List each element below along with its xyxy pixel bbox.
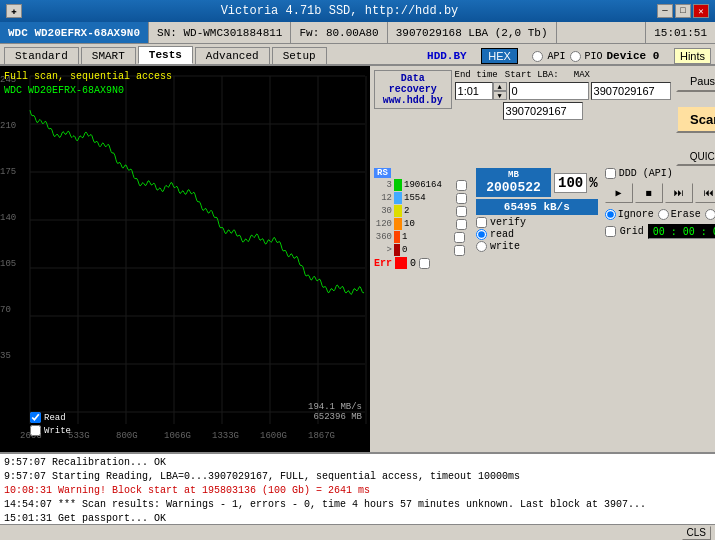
graph-speed: 194.1 MB/s 652396 MB bbox=[308, 402, 362, 422]
read-label: read bbox=[490, 229, 514, 240]
write-label: write bbox=[490, 241, 520, 252]
mb-value: 2000522 bbox=[480, 180, 547, 195]
err-label: Err bbox=[374, 258, 392, 269]
sector-row: 3 1906164 bbox=[374, 179, 469, 191]
api-radio[interactable] bbox=[532, 51, 543, 62]
grid-checkbox[interactable] bbox=[605, 226, 616, 237]
sn-segment: SN: WD-WMC301884811 bbox=[149, 22, 291, 43]
start-lba-label: Start LBA: bbox=[505, 70, 559, 80]
pio-radio[interactable] bbox=[570, 51, 581, 62]
mb-panel: MB 2000522 bbox=[476, 168, 551, 197]
sector-checkbox[interactable] bbox=[456, 193, 467, 204]
tab-bar: Standard SMART Tests Advanced Setup HDD.… bbox=[0, 44, 715, 66]
data-recovery-box: Data recovery www.hdd.by bbox=[374, 70, 452, 109]
start-lba-input[interactable] bbox=[509, 82, 589, 100]
close-button[interactable]: ✕ bbox=[693, 4, 709, 18]
title-bar: ✚ Victoria 4.71b SSD, http://hdd.by ─ □ … bbox=[0, 0, 715, 22]
hints-button[interactable]: Hints bbox=[674, 48, 711, 64]
sector-bar bbox=[394, 231, 400, 243]
right-panel: Data recovery www.hdd.by End time Start … bbox=[370, 66, 715, 452]
rs-label: RS bbox=[374, 168, 391, 178]
tab-tests[interactable]: Tests bbox=[138, 46, 193, 64]
log-content: 9:57:07 Recalibration... OK9:57:07 Start… bbox=[0, 454, 715, 524]
tab-setup[interactable]: Setup bbox=[272, 47, 327, 64]
graph-overlay: Full scan, sequential access WDC WD20EFR… bbox=[4, 70, 172, 98]
err-checkbox[interactable] bbox=[419, 258, 430, 269]
sector-count: 0 bbox=[402, 245, 452, 255]
hex-button[interactable]: HEX bbox=[481, 48, 518, 64]
ignore-label: Ignore bbox=[618, 209, 654, 220]
log-line: 10:08:31 Warning! Block start at 1958031… bbox=[4, 484, 711, 498]
graph-read-write: Read Write bbox=[30, 412, 71, 436]
log-area: 9:57:07 Recalibration... OK9:57:07 Start… bbox=[0, 452, 715, 540]
sector-checkbox[interactable] bbox=[456, 180, 467, 191]
scan-button[interactable]: Scan bbox=[676, 105, 715, 133]
lba-display-input[interactable] bbox=[503, 102, 583, 120]
sector-bar bbox=[394, 179, 402, 191]
graph-area: Full scan, sequential access WDC WD20EFR… bbox=[0, 66, 370, 452]
fw-segment: Fw: 80.00A80 bbox=[291, 22, 387, 43]
erase-radio[interactable] bbox=[658, 209, 669, 220]
verify-label: verify bbox=[490, 217, 526, 228]
quick-button[interactable]: QUICK bbox=[676, 146, 715, 166]
max-label: MAX bbox=[574, 70, 590, 80]
model-segment: WDC WD20EFRX-68AX9N0 bbox=[0, 22, 149, 43]
speed-panel: 65495 kB/s bbox=[476, 199, 598, 215]
pio-label: PIO bbox=[585, 51, 603, 62]
max-lba-input[interactable] bbox=[591, 82, 671, 100]
sector-row: 120 10 bbox=[374, 218, 469, 230]
graph-title: Full scan, sequential access bbox=[4, 70, 172, 84]
end-time-label: End time bbox=[455, 70, 498, 80]
pause-button[interactable]: Pause bbox=[676, 70, 715, 92]
err-count: 0 bbox=[410, 258, 416, 269]
skip-start-button[interactable]: ⏮ bbox=[695, 183, 715, 203]
ddd-api-checkbox[interactable] bbox=[605, 168, 616, 179]
time-spin-up[interactable]: ▲ bbox=[493, 82, 507, 91]
stop-button[interactable]: ◼ bbox=[635, 183, 663, 203]
sector-checkbox[interactable] bbox=[456, 206, 467, 217]
percent-value: 100 bbox=[554, 173, 587, 193]
main-wrapper: Full scan, sequential access WDC WD20EFR… bbox=[0, 66, 715, 452]
read-radio[interactable] bbox=[476, 229, 487, 240]
device-label: Device 0 bbox=[607, 50, 660, 62]
tab-advanced[interactable]: Advanced bbox=[195, 47, 270, 64]
verify-checkbox[interactable] bbox=[476, 217, 487, 228]
sector-row: 30 2 bbox=[374, 205, 469, 217]
maximize-button[interactable]: □ bbox=[675, 4, 691, 18]
sector-count: 2 bbox=[404, 206, 454, 216]
sector-checkbox[interactable] bbox=[454, 245, 465, 256]
tab-standard[interactable]: Standard bbox=[4, 47, 79, 64]
write-checkbox[interactable] bbox=[30, 425, 41, 436]
minimize-button[interactable]: ─ bbox=[657, 4, 673, 18]
remap-radio[interactable] bbox=[705, 209, 715, 220]
time-spin-down[interactable]: ▼ bbox=[493, 91, 507, 100]
skip-end-button[interactable]: ⏭ bbox=[665, 183, 693, 203]
sectors-panel: RS 3 1906164 12 1554 30 2 120 10 360 1 >… bbox=[374, 168, 469, 269]
log-line: 14:54:07 *** Scan results: Warnings - 1,… bbox=[4, 498, 711, 512]
lba-segment: 3907029168 LBA (2,0 Tb) bbox=[388, 22, 557, 43]
tab-smart[interactable]: SMART bbox=[81, 47, 136, 64]
sector-checkbox[interactable] bbox=[456, 219, 467, 230]
sector-count: 1554 bbox=[404, 193, 454, 203]
ignore-radio[interactable] bbox=[605, 209, 616, 220]
read-checkbox[interactable] bbox=[30, 412, 41, 423]
err-indicator bbox=[395, 257, 407, 269]
cls-button[interactable]: CLS bbox=[682, 526, 711, 540]
sector-bar bbox=[394, 205, 402, 217]
sector-row: > 0 bbox=[374, 244, 469, 256]
time-display: 00 : 00 : 00 bbox=[648, 224, 715, 239]
sector-row: 360 1 bbox=[374, 231, 469, 243]
hddby-label: HDD.BY bbox=[427, 50, 467, 62]
ddd-api-label: DDD (API) bbox=[619, 168, 673, 179]
sector-count: 1906164 bbox=[404, 180, 454, 190]
grid-label: Grid bbox=[620, 226, 644, 237]
app-title: Victoria 4.71b SSD, http://hdd.by bbox=[221, 4, 459, 18]
sector-count: 10 bbox=[404, 219, 454, 229]
log-line: 15:01:31 Get passport... OK bbox=[4, 512, 711, 524]
api-label: API bbox=[547, 51, 565, 62]
play-button[interactable]: ▶ bbox=[605, 183, 633, 203]
erase-label: Erase bbox=[671, 209, 701, 220]
end-time-input[interactable] bbox=[455, 82, 493, 100]
sector-checkbox[interactable] bbox=[454, 232, 465, 243]
write-radio[interactable] bbox=[476, 241, 487, 252]
